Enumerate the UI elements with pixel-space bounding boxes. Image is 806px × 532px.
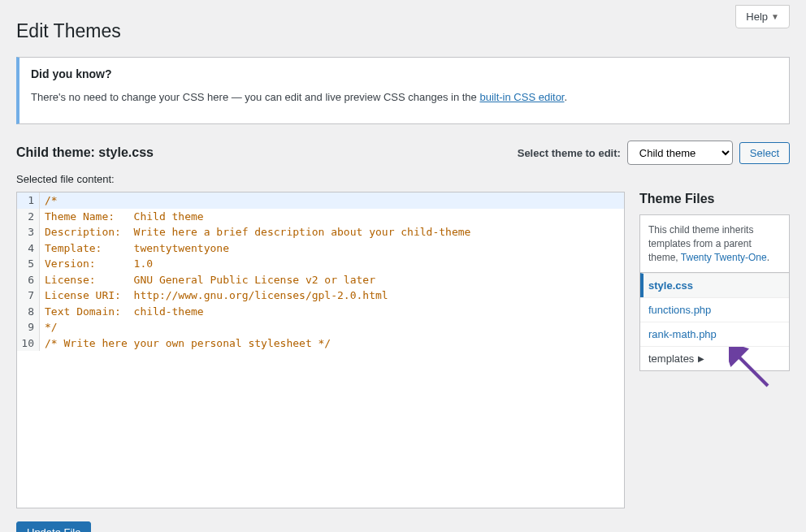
line-number: 6 [17,272,40,288]
help-label: Help [746,11,768,23]
code-line[interactable]: 5Version: 1.0 [17,256,624,272]
code-editor[interactable]: 1/*2Theme Name: Child theme3Description:… [16,192,625,508]
line-number: 9 [17,319,40,335]
code-text: Version: 1.0 [40,256,153,272]
code-line[interactable]: 3Description: Write here a brief descrip… [17,224,624,240]
sidebar-heading: Theme Files [639,192,790,206]
file-item-style[interactable]: style.css [640,273,789,297]
code-text: /* Write here your own personal styleshe… [40,335,331,352]
line-number: 3 [17,224,40,240]
parent-theme-link[interactable]: Twenty Twenty-One [681,252,767,263]
folder-arrow-icon: ▶ [698,354,704,363]
file-heading: Child theme: style.css [16,145,154,160]
code-line[interactable]: 8Text Domain: child-theme [17,304,624,320]
code-line[interactable]: 7License URI: http://www.gnu.org/license… [17,288,624,304]
file-item-functions[interactable]: functions.php [640,297,789,322]
file-item-rankmath[interactable]: rank-math.php [640,322,789,346]
code-text: Description: Write here a brief descript… [40,224,470,240]
sidebar-description: This child theme inherits templates from… [639,214,790,273]
help-button[interactable]: Help ▼ [735,5,790,28]
code-line[interactable]: 2Theme Name: Child theme [17,209,624,225]
code-line[interactable]: 10/* Write here your own personal styles… [17,335,624,352]
file-item-templates[interactable]: templates ▶ [640,346,789,370]
info-notice: Did you know? There's no need to change … [16,57,790,124]
notice-body: There's no need to change your CSS here … [31,91,778,103]
notice-title: Did you know? [31,67,778,80]
code-text: */ [40,319,58,335]
file-list: style.css functions.php rank-math.php te… [639,273,790,371]
page-title: Edit Themes [16,20,790,42]
code-text: Template: twentytwentyone [40,240,229,257]
caret-down-icon: ▼ [771,12,779,21]
select-button[interactable]: Select [739,142,790,164]
code-text: Theme Name: Child theme [40,209,204,225]
code-line[interactable]: 9*/ [17,319,624,335]
update-file-button[interactable]: Update File [16,521,91,532]
notice-link[interactable]: built-in CSS editor [479,91,564,103]
code-text: License: GNU General Public License v2 o… [40,272,375,288]
select-theme-label: Select theme to edit: [518,147,621,159]
theme-select[interactable]: Child theme [627,141,733,165]
line-number: 2 [17,209,40,225]
code-text: License URI: http://www.gnu.org/licenses… [40,288,388,304]
code-line[interactable]: 4Template: twentytwentyone [17,240,624,257]
code-line[interactable]: 1/* [17,192,624,209]
code-text: /* [40,192,58,209]
line-number: 4 [17,240,40,257]
line-number: 5 [17,256,40,272]
line-number: 7 [17,288,40,304]
line-number: 8 [17,304,40,320]
selected-file-label: Selected file content: [16,173,790,185]
line-number: 1 [17,192,40,209]
code-text: Text Domain: child-theme [40,304,204,320]
code-line[interactable]: 6License: GNU General Public License v2 … [17,272,624,288]
line-number: 10 [17,335,40,352]
